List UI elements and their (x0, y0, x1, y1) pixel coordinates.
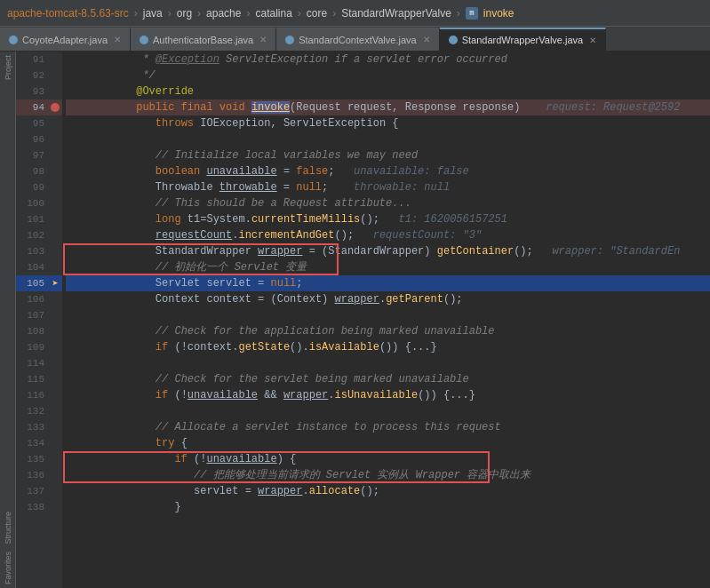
code-line-105: Servlet servlet = null; (66, 275, 710, 291)
tab-coyote-adapter[interactable]: CoyoteAdapter.java ✕ (0, 28, 131, 51)
method-icon: m (466, 7, 478, 20)
code-line-107 (66, 307, 710, 323)
code-line-96 (66, 131, 710, 147)
seg-java: java (143, 7, 163, 20)
code-line-132 (66, 403, 710, 419)
close-icon[interactable]: ✕ (589, 36, 596, 45)
seg-org: org (177, 7, 192, 20)
line-number-gutter: 91 92 93 94 (16, 52, 62, 588)
seg-class: StandardWrapperValve (341, 7, 451, 20)
sep2: › (168, 7, 172, 20)
sep5: › (298, 7, 301, 20)
side-panel: Project Structure Favorites (0, 52, 16, 588)
tab-label: StandardWrapperValve.java (462, 35, 584, 45)
tab-standard-context-valve[interactable]: StandardContextValve.java ✕ (276, 28, 440, 51)
code-line-102: requestCount.incrementAndGet(); requestC… (66, 227, 710, 243)
code-line-98: boolean unavailable = false; unavailable… (66, 163, 710, 179)
code-line-97: // Initialize local variables we may nee… (66, 147, 710, 163)
seg-apache: apache (206, 7, 241, 20)
project-name: apache-tomcat-8.5.63-src (7, 7, 129, 20)
tab-label: StandardContextValve.java (299, 35, 417, 45)
code-line-94: public final void invoke(Request request… (66, 99, 710, 115)
tab-label: AuthenticatorBase.java (153, 35, 253, 45)
code-line-95: throws IOException, ServletException { (66, 115, 710, 131)
sep6: › (332, 7, 336, 20)
code-line-99: Throwable throwable = null; throwable: n… (66, 179, 710, 195)
title-bar: apache-tomcat-8.5.63-src › java › org › … (0, 0, 710, 27)
code-line-104: // 初始化一个 Servlet 变量 (66, 259, 710, 275)
code-line-116: if (!unavailable && wrapper.isUnavailabl… (66, 387, 710, 403)
code-line-106: Context context = (Context) wrapper.getP… (66, 291, 710, 307)
sep1: › (134, 7, 138, 20)
code-line-133: // Allocate a servlet instance to proces… (66, 419, 710, 435)
editor-area: Project Structure Favorites 91 92 93 (0, 52, 710, 588)
code-line-114 (66, 355, 710, 371)
favorites-panel-label[interactable]: Favorites (2, 548, 14, 588)
code-line-103: StandardWrapper wrapper = (StandardWrapp… (66, 243, 710, 259)
seg-catalina: catalina (255, 7, 291, 20)
tab-bar: CoyoteAdapter.java ✕ AuthenticatorBase.j… (0, 27, 710, 52)
method-name: invoke (483, 7, 515, 20)
tab-authenticator-base[interactable]: AuthenticatorBase.java ✕ (131, 28, 276, 51)
code-line-109: if (!context.getState().isAvailable()) {… (66, 339, 710, 355)
structure-panel-label[interactable]: Structure (2, 508, 14, 548)
project-panel-label[interactable]: Project (2, 52, 14, 83)
code-content[interactable]: * @Exception ServletException if a servl… (62, 52, 710, 588)
code-editor: 91 92 93 94 (16, 52, 710, 588)
close-icon[interactable]: ✕ (259, 35, 267, 44)
code-line-138: } (66, 499, 710, 515)
code-line-115: // Check for the servlet being marked un… (66, 371, 710, 387)
code-line-91: * @Exception ServletException if a servl… (66, 52, 710, 68)
tab-label: CoyoteAdapter.java (22, 35, 108, 45)
tab-standard-wrapper-valve[interactable]: StandardWrapperValve.java ✕ (440, 28, 607, 51)
code-line-92: */ (66, 68, 710, 83)
close-icon[interactable]: ✕ (423, 35, 430, 44)
sep3: › (197, 7, 201, 20)
sep7: › (457, 7, 460, 20)
sep4: › (246, 7, 250, 20)
code-line-93: @Override (66, 83, 710, 99)
code-line-108: // Check for the application being marke… (66, 323, 710, 339)
close-icon[interactable]: ✕ (114, 35, 121, 44)
code-line-100: // This should be a Request attribute... (66, 195, 710, 211)
seg-core: core (307, 7, 327, 20)
code-line-101: long t1=System.currentTimeMillis(); t1: … (66, 211, 710, 227)
